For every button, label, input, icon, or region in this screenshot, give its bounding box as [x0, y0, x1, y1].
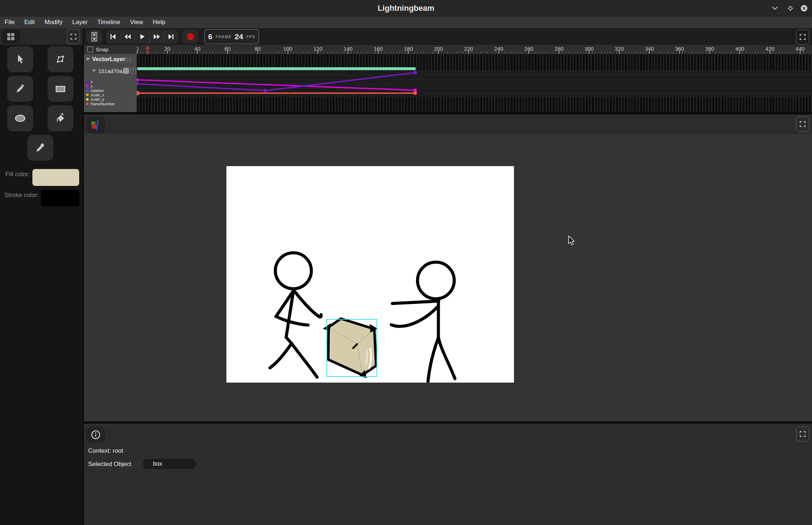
select-tool-button[interactable] — [7, 46, 33, 72]
selected-object-label: Selected Object — [88, 461, 131, 468]
sublayer-row[interactable]: 151ad70a... ~ — [84, 66, 137, 76]
menu-item-view[interactable]: View — [130, 19, 143, 26]
keyframe-x[interactable] — [263, 89, 267, 92]
keyframe-frameNumber[interactable] — [137, 91, 140, 96]
menu-item-modify[interactable]: Modify — [45, 19, 63, 26]
filmstrip-icon — [90, 32, 99, 42]
play-button[interactable] — [135, 30, 149, 44]
film-button[interactable] — [86, 30, 102, 44]
property-name: x — [91, 79, 93, 84]
sublayer-square-toggle[interactable] — [123, 68, 129, 74]
paint-bucket-tool-button[interactable] — [48, 105, 73, 131]
snap-row: Snap — [84, 45, 137, 54]
keyframe-curves[interactable] — [137, 54, 812, 112]
property-name: rotation — [91, 88, 104, 93]
inspector-expand-button[interactable] — [796, 426, 809, 442]
panel-grid-button[interactable] — [1, 29, 20, 44]
layer-row-vectorlayer[interactable]: VectorLayer[L] — [84, 54, 137, 65]
minimize-button[interactable] — [771, 4, 779, 13]
rectangle-tool-button[interactable] — [48, 76, 73, 102]
node-edit-tool-button[interactable] — [48, 46, 73, 72]
transport-bar: 6 FRAME 24 FPS — [84, 28, 812, 45]
property-row-scale_x[interactable]: scale_x — [84, 93, 137, 97]
menubar: FileEditModifyLayerTimelineViewHelp — [0, 17, 812, 28]
ruler-major-tick — [317, 51, 318, 54]
selected-object-dropdown[interactable]: box — [143, 459, 196, 469]
eyedropper-tool-button[interactable] — [27, 135, 53, 161]
ruler-major-tick — [709, 51, 710, 54]
keyframe-frameNumber[interactable] — [413, 91, 417, 95]
ruler-major-tick — [197, 51, 198, 54]
keyframe-y[interactable] — [137, 78, 139, 82]
menu-item-layer[interactable]: Layer — [72, 19, 88, 26]
stick-figure-left[interactable] — [270, 253, 321, 377]
property-row-frameNumber[interactable]: frameNumber — [84, 102, 137, 106]
expand-icon — [799, 121, 806, 127]
scene-button[interactable] — [86, 117, 105, 133]
property-row-y[interactable]: y — [84, 84, 137, 88]
ruler-major-tick — [468, 51, 469, 54]
skip-start-icon — [109, 33, 117, 40]
rewind-button[interactable] — [121, 30, 135, 44]
timeline-expand-button[interactable] — [796, 29, 809, 45]
canvas-header — [84, 114, 812, 134]
ruler-major-tick — [378, 51, 379, 54]
sublayer-collapse-triangle-icon[interactable] — [92, 69, 96, 72]
expand-icon — [799, 34, 806, 40]
maximize-button[interactable] — [786, 4, 795, 13]
sublayer-tilde-toggle[interactable]: ~ — [130, 68, 136, 74]
snap-checkbox[interactable] — [87, 46, 93, 52]
timeline-ruler[interactable]: 0204060801001201401601802002202402602803… — [137, 45, 812, 54]
pencil-tool-button[interactable] — [7, 76, 33, 102]
info-button[interactable] — [86, 426, 105, 443]
frame-unit-label: FRAME — [216, 35, 231, 39]
skip-to-start-button[interactable] — [106, 30, 121, 44]
fps-unit-label: FPS — [246, 35, 255, 39]
menu-item-help[interactable]: Help — [153, 19, 165, 26]
stroke-color-swatch[interactable] — [41, 190, 80, 206]
play-icon — [138, 33, 146, 40]
tool-panel-expand-button[interactable] — [67, 29, 80, 44]
keyframe-x[interactable] — [413, 71, 417, 74]
ellipse-tool-button[interactable] — [7, 105, 33, 131]
close-button[interactable] — [800, 4, 808, 13]
property-row-x[interactable]: x — [84, 79, 137, 84]
property-row-rotation[interactable]: rotation — [84, 88, 137, 93]
playhead[interactable] — [145, 45, 150, 54]
diamond-icon — [787, 5, 794, 12]
property-name: scale_x — [91, 93, 104, 97]
ruler-major-tick — [227, 51, 228, 54]
frame-value: 6 — [208, 32, 212, 41]
mouse-cursor — [568, 236, 575, 247]
node-edit-icon — [55, 54, 66, 65]
menu-item-file[interactable]: File — [5, 19, 14, 26]
ruler-major-tick — [589, 51, 590, 54]
ruler-major-tick — [288, 51, 288, 54]
menu-item-timeline[interactable]: Timeline — [97, 19, 120, 26]
ruler-major-tick — [770, 51, 770, 54]
keyframe-x[interactable] — [137, 82, 139, 86]
property-color-dot — [86, 89, 89, 92]
titlebar: Lightningbeam — [0, 0, 812, 17]
stick-figure-right[interactable] — [391, 262, 455, 382]
canvas-expand-button[interactable] — [796, 117, 809, 132]
layer-collapse-triangle-icon[interactable] — [86, 58, 90, 61]
property-row-scale_y[interactable]: scale_y — [84, 97, 137, 101]
cursor-arrow-icon — [568, 236, 575, 246]
stage-artwork — [226, 166, 514, 383]
skip-to-end-button[interactable] — [164, 30, 178, 44]
snap-label: Snap — [96, 46, 108, 52]
fast-forward-button[interactable] — [150, 30, 164, 44]
record-button[interactable] — [182, 30, 198, 44]
inspector-panel: Context: root Selected Object box — [84, 424, 812, 525]
ruler-major-tick — [619, 51, 620, 54]
frame-fps-display[interactable]: 6 FRAME 24 FPS — [204, 29, 259, 44]
layers-column: VectorLayer[L] 151ad70a... ~ xyrotations… — [84, 54, 137, 112]
fill-color-swatch[interactable] — [32, 169, 79, 186]
box-object[interactable] — [323, 319, 378, 378]
drawing-canvas[interactable] — [226, 166, 514, 383]
ruler-major-tick — [408, 51, 409, 54]
menu-item-edit[interactable]: Edit — [24, 19, 35, 26]
ruler-major-tick — [137, 51, 137, 54]
cursor-arrow-icon — [14, 54, 26, 65]
